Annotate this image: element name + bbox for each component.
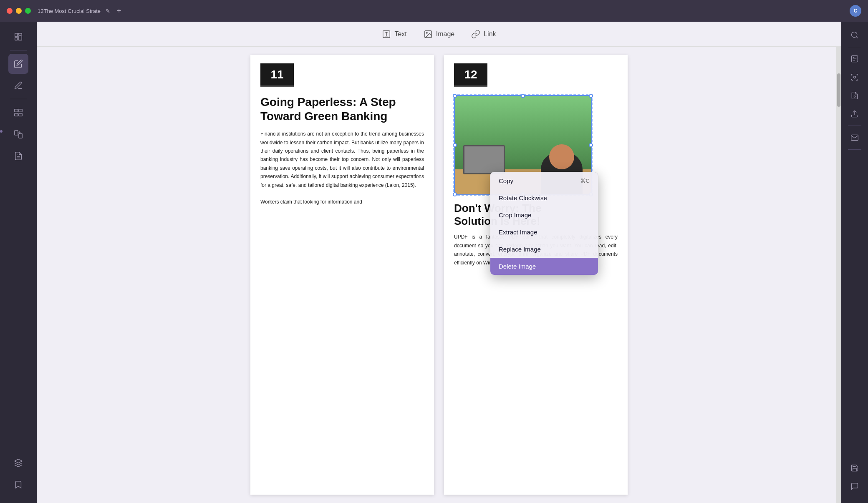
sidebar-icon-organize[interactable] xyxy=(8,103,28,123)
window-title: 12The Most Crucial Strate xyxy=(38,8,101,14)
svg-point-20 xyxy=(854,96,855,97)
app-body: Text Image Link xyxy=(0,22,868,503)
svg-rect-1 xyxy=(15,38,18,40)
handle-top-right[interactable] xyxy=(589,94,593,98)
right-icon-ocr[interactable] xyxy=(846,50,863,67)
sidebar-bottom xyxy=(8,453,28,498)
titlebar: 12The Most Crucial Strate ✎ + C xyxy=(0,0,868,22)
sidebar-icon-annotate[interactable] xyxy=(8,75,28,96)
toolbar-link-label: Link xyxy=(484,30,496,38)
toolbar-image-label: Image xyxy=(436,30,454,38)
svg-rect-3 xyxy=(18,36,22,40)
sidebar-divider-1 xyxy=(10,50,27,50)
svg-rect-6 xyxy=(15,113,18,116)
right-divider-3 xyxy=(848,149,861,150)
context-menu-rotate-label: Rotate Clockwise xyxy=(499,194,547,201)
handle-middle-left[interactable] xyxy=(453,143,457,147)
right-sidebar xyxy=(841,22,868,503)
page-12-number: 12 xyxy=(454,63,487,87)
context-menu-crop[interactable]: Crop Image xyxy=(490,206,598,224)
right-icon-share[interactable] xyxy=(846,106,863,122)
avatar[interactable]: C xyxy=(850,5,861,17)
document-area: 11 Going Paperless: A Step Toward Green … xyxy=(37,47,841,503)
link-icon xyxy=(471,30,480,39)
context-menu-extract[interactable]: Extract Image xyxy=(490,224,598,241)
edit-title-icon[interactable]: ✎ xyxy=(106,8,110,14)
svg-point-16 xyxy=(852,32,857,38)
page-11-title: Going Paperless: A Step Toward Green Ban… xyxy=(260,95,424,123)
sidebar-icon-active-tool[interactable] xyxy=(8,146,28,166)
handle-top-center[interactable] xyxy=(521,94,525,98)
sidebar-icon-convert[interactable] xyxy=(8,124,28,144)
svg-point-19 xyxy=(854,76,856,78)
context-menu-rotate[interactable]: Rotate Clockwise xyxy=(490,189,598,206)
svg-rect-2 xyxy=(18,33,22,35)
right-icon-mail[interactable] xyxy=(846,129,863,146)
toolbar-link[interactable]: Link xyxy=(471,30,496,39)
right-sidebar-bottom xyxy=(846,460,863,498)
toolbar: Text Image Link xyxy=(37,22,841,47)
context-menu-delete[interactable]: Delete Image xyxy=(490,258,598,275)
right-divider-2 xyxy=(848,126,861,126)
svg-rect-0 xyxy=(15,33,18,37)
minimize-button[interactable] xyxy=(16,8,22,14)
right-icon-save[interactable] xyxy=(846,460,863,476)
main-content: Text Image Link xyxy=(37,22,841,503)
context-menu-copy-label: Copy xyxy=(499,177,513,184)
handle-top-left[interactable] xyxy=(453,94,457,98)
sidebar-icon-pages[interactable] xyxy=(8,27,28,47)
toolbar-image[interactable]: Image xyxy=(424,30,454,39)
image-laptop xyxy=(463,145,505,174)
right-icon-search[interactable] xyxy=(846,27,863,43)
sidebar-icon-layers[interactable] xyxy=(8,453,28,473)
page-11-body: Financial institutions are not an except… xyxy=(260,130,424,206)
traffic-lights xyxy=(7,8,31,14)
scrollbar-track xyxy=(836,47,841,503)
context-menu-extract-label: Extract Image xyxy=(499,229,537,236)
text-icon xyxy=(382,30,391,39)
context-menu: Copy ⌘C Rotate Clockwise Crop Image Extr… xyxy=(490,172,598,275)
right-icon-comment[interactable] xyxy=(846,478,863,495)
toolbar-text-label: Text xyxy=(394,30,406,38)
svg-rect-5 xyxy=(19,109,22,112)
left-sidebar xyxy=(0,22,37,503)
svg-marker-12 xyxy=(15,459,22,463)
right-icon-scan[interactable] xyxy=(846,69,863,86)
right-icon-document[interactable] xyxy=(846,87,863,104)
svg-rect-7 xyxy=(19,113,22,116)
svg-point-15 xyxy=(426,32,427,33)
context-menu-copy-shortcut: ⌘C xyxy=(580,178,590,184)
svg-line-17 xyxy=(856,37,858,38)
context-menu-replace-label: Replace Image xyxy=(499,246,541,253)
sidebar-icon-bookmark[interactable] xyxy=(8,475,28,495)
pdf-page-11: 11 Going Paperless: A Step Toward Green … xyxy=(250,55,434,495)
sidebar-icon-edit[interactable] xyxy=(8,54,28,74)
pages-container: 11 Going Paperless: A Step Toward Green … xyxy=(234,55,644,495)
toolbar-text[interactable]: Text xyxy=(382,30,406,39)
svg-rect-8 xyxy=(15,131,18,135)
context-menu-delete-label: Delete Image xyxy=(499,263,536,270)
context-menu-crop-label: Crop Image xyxy=(499,211,531,219)
sidebar-indicator xyxy=(0,130,3,133)
image-icon xyxy=(424,30,433,39)
handle-middle-right[interactable] xyxy=(589,143,593,147)
close-button[interactable] xyxy=(7,8,13,14)
pdf-page-12: 12 xyxy=(444,55,628,495)
svg-rect-9 xyxy=(19,133,22,138)
maximize-button[interactable] xyxy=(25,8,31,14)
add-tab-button[interactable]: + xyxy=(117,7,121,15)
svg-rect-4 xyxy=(15,109,18,112)
context-menu-replace[interactable]: Replace Image xyxy=(490,241,598,258)
sidebar-divider-2 xyxy=(10,99,27,99)
right-divider-1 xyxy=(848,47,861,47)
image-person-head xyxy=(549,144,574,169)
handle-bottom-left[interactable] xyxy=(453,192,457,196)
scrollbar-thumb[interactable] xyxy=(837,73,840,107)
context-menu-copy[interactable]: Copy ⌘C xyxy=(490,172,598,189)
page-11-number: 11 xyxy=(260,63,294,87)
